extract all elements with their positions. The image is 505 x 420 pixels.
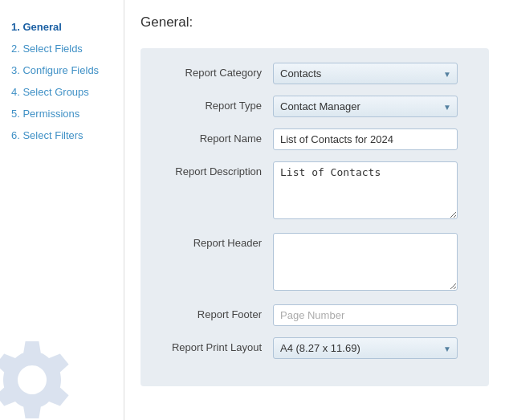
report-category-row: Report Category Contacts ▼ [157,63,473,84]
report-print-layout-label: Report Print Layout [157,337,273,353]
report-type-label: Report Type [157,96,273,112]
report-name-input[interactable] [273,128,458,150]
sidebar-item-select-groups[interactable]: 4. Select Groups [0,81,124,103]
report-type-select[interactable]: Contact Manager [273,96,458,117]
sidebar-link-select-groups[interactable]: 4. Select Groups [11,86,89,98]
sidebar-item-select-fields[interactable]: 2. Select Fields [0,38,124,59]
report-description-label: Report Description [157,161,273,177]
sidebar-item-select-filters[interactable]: 6. Select Filters [0,124,124,146]
report-name-label: Report Name [157,128,273,145]
report-type-select-wrapper: Contact Manager ▼ [273,96,458,117]
report-category-select-wrapper: Contacts ▼ [273,63,458,84]
report-print-layout-control: A4 (8.27 x 11.69) Letter (8.5 x 11) Lega… [273,337,473,359]
sidebar-link-general[interactable]: 1. General [11,21,62,33]
report-footer-label: Report Footer [157,304,273,320]
report-footer-control [273,304,473,326]
sidebar-item-configure-fields[interactable]: 3. Configure Fields [0,59,124,81]
report-header-label: Report Header [157,233,273,249]
report-header-textarea[interactable] [273,233,458,291]
form-panel: Report Category Contacts ▼ Report Type C… [141,48,489,386]
page-title: General: [141,14,489,35]
sidebar-link-select-filters[interactable]: 6. Select Filters [11,129,83,141]
report-category-select[interactable]: Contacts [273,63,458,84]
main-content: General: Report Category Contacts ▼ Repo… [124,0,505,420]
sidebar-link-configure-fields[interactable]: 3. Configure Fields [11,64,99,76]
report-header-control [273,233,473,293]
report-description-row: Report Description List of Contacts [157,161,473,222]
report-name-row: Report Name [157,128,473,150]
sidebar-nav: 1. General 2. Select Fields 3. Configure… [0,16,124,146]
report-print-layout-select[interactable]: A4 (8.27 x 11.69) Letter (8.5 x 11) Lega… [273,337,458,359]
report-type-control: Contact Manager ▼ [273,96,473,117]
report-footer-input[interactable] [273,304,458,326]
sidebar-link-permissions[interactable]: 5. Permissions [11,108,79,120]
report-category-control: Contacts ▼ [273,63,473,84]
report-name-control [273,128,473,150]
sidebar-item-permissions[interactable]: 5. Permissions [0,103,124,124]
report-print-layout-row: Report Print Layout A4 (8.27 x 11.69) Le… [157,337,473,359]
report-category-label: Report Category [157,63,273,79]
gear-decoration-icon [0,332,80,420]
report-print-layout-select-wrapper: A4 (8.27 x 11.69) Letter (8.5 x 11) Lega… [273,337,458,359]
report-description-control: List of Contacts [273,161,473,222]
report-type-row: Report Type Contact Manager ▼ [157,96,473,117]
report-footer-row: Report Footer [157,304,473,326]
sidebar-item-general[interactable]: 1. General [0,16,124,38]
sidebar: 1. General 2. Select Fields 3. Configure… [0,0,124,420]
report-header-row: Report Header [157,233,473,293]
report-description-textarea[interactable]: List of Contacts [273,161,458,219]
sidebar-link-select-fields[interactable]: 2. Select Fields [11,43,83,55]
